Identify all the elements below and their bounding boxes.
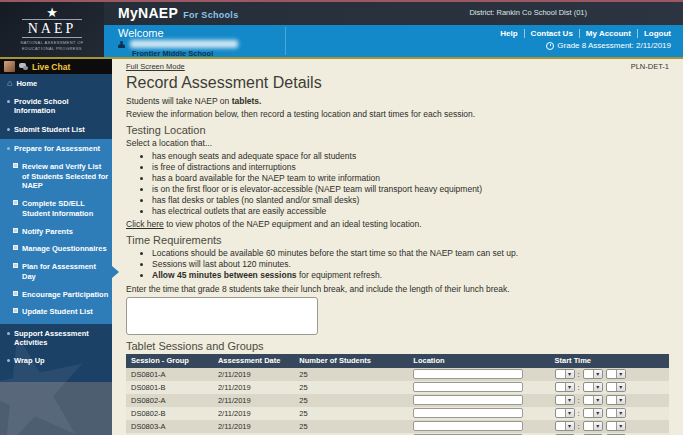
assessment-date-cell: 2/11/2019 (213, 394, 294, 407)
assessment-status-text: Grade 8 Assessment: 2/11/2019 (557, 41, 671, 50)
number-of-students-cell: 25 (294, 407, 408, 420)
sidebar-item-update-student-list[interactable]: Update Student List (0, 303, 112, 321)
my-account-link[interactable]: My Account (580, 29, 638, 38)
start-time-ampm-select[interactable]: ▾ (606, 382, 626, 392)
header-links: Help Contact Us My Account Logout (494, 29, 671, 38)
chevron-down-icon: ▾ (616, 396, 625, 404)
brand-suffix: For Schools (183, 10, 238, 20)
assessment-date-cell: 2/11/2019 (213, 381, 294, 394)
start-time-ampm-select[interactable]: ▾ (606, 395, 626, 405)
start-time-minute-select[interactable]: ▾ (583, 408, 603, 418)
sidebar-item-wrap-up[interactable]: Wrap Up (0, 352, 112, 370)
intro-line1-bold: tablets. (232, 96, 262, 106)
location-input[interactable] (413, 382, 523, 392)
time-requirements-bullet-bold: Allow 45 minutes between sessions (152, 270, 297, 280)
sidebar-item-prepare-for-assessment[interactable]: Prepare for Assessment (0, 140, 112, 158)
testing-location-bullet: is free of distractions and interruption… (152, 162, 669, 173)
start-time-hour-select[interactable]: ▾ (555, 395, 575, 405)
intro-line1: Students will take NAEP on tablets. (126, 96, 669, 106)
checkbox-icon (13, 291, 18, 296)
naep-logo-caption: NATIONAL ASSESSMENT OF EDUCATIONAL PROGR… (16, 40, 88, 51)
start-time-ampm-select[interactable]: ▾ (606, 408, 626, 418)
testing-location-lead: Select a location that... (126, 138, 669, 148)
sidebar-item-support-assessment-activities[interactable]: Support Assessment Activities (0, 324, 112, 352)
top-edge-line (0, 0, 683, 2)
live-chat-button[interactable]: Live Chat (0, 59, 112, 74)
start-time-minute-select[interactable]: ▾ (583, 369, 603, 379)
chevron-down-icon: ▾ (593, 409, 602, 417)
start-time-hour-select[interactable]: ▾ (555, 421, 575, 431)
page-title: Record Assessment Details (126, 74, 669, 92)
start-time-minute-select[interactable]: ▾ (583, 382, 603, 392)
home-icon: ⌂ (7, 79, 12, 87)
prepare-for-assessment-section: Prepare for Assessment Review and Verify… (0, 139, 112, 325)
testing-location-bullet: has electrical outlets that are easily a… (152, 206, 669, 217)
sidebar-item-label: Home (16, 79, 37, 88)
time-separator: : (578, 422, 580, 431)
lunch-break-textarea[interactable] (126, 297, 318, 335)
checkbox-icon (13, 308, 18, 313)
chevron-down-icon: ▾ (565, 383, 574, 391)
contact-us-link[interactable]: Contact Us (525, 29, 580, 38)
sidebar-item-provide-school-information[interactable]: Provide School Information (0, 92, 112, 120)
column-header-session-group: Session - Group (126, 354, 213, 368)
header-divider-line (0, 57, 683, 59)
start-time-minute-select[interactable]: ▾ (583, 395, 603, 405)
start-time-hour-select[interactable]: ▾ (555, 369, 575, 379)
chevron-down-icon: ▾ (616, 409, 625, 417)
bullet-icon (7, 100, 10, 103)
start-time-hour-select[interactable]: ▾ (555, 382, 575, 392)
sidebar-item-label: Update Student List (22, 307, 93, 317)
intro-line2: Review the information below, then recor… (126, 109, 669, 119)
location-input[interactable] (413, 408, 523, 418)
start-time-ampm-select[interactable]: ▾ (606, 421, 626, 431)
checkbox-icon (13, 245, 18, 250)
table-row: DS0803-A 2/11/2019 25 ▾:▾▾ (126, 420, 669, 433)
session-group-cell: DS0802-B (126, 407, 213, 420)
sidebar-item-plan-for-assessment-day[interactable]: Plan for Assessment Day (0, 258, 112, 286)
checkbox-icon (13, 228, 18, 233)
start-time-minute-select[interactable]: ▾ (583, 421, 603, 431)
location-input[interactable] (413, 395, 523, 405)
sidebar-item-label: Encourage Participation (22, 290, 108, 300)
sidebar-item-review-and-verify-list[interactable]: Review and Verify List of Students Selec… (0, 158, 112, 195)
column-header-start-time: Start Time (550, 354, 670, 368)
sidebar-item-notify-parents[interactable]: Notify Parents (0, 223, 112, 241)
bullet-icon (7, 128, 10, 131)
location-input[interactable] (413, 421, 523, 431)
checkbox-icon (13, 263, 18, 268)
start-time-ampm-select[interactable]: ▾ (606, 369, 626, 379)
chevron-down-icon: ▾ (616, 370, 625, 378)
testing-location-bullet: has flat desks or tables (no slanted and… (152, 195, 669, 206)
time-requirements-bullet: Locations should be available 60 minutes… (152, 248, 669, 259)
table-row: DS0801-A 2/11/2019 25 ▾:▾▾ (126, 368, 669, 381)
full-screen-mode-link[interactable]: Full Screen Mode (126, 62, 185, 71)
time-requirements-bullet: Allow 45 minutes between sessions for eq… (152, 270, 669, 281)
location-input[interactable] (413, 369, 523, 379)
sidebar-item-complete-sd-ell-info[interactable]: Complete SD/ELL Student Information (0, 195, 112, 223)
sidebar-item-label: Review and Verify List of Students Selec… (22, 162, 109, 191)
column-header-number-of-students: Number of Students (294, 354, 408, 368)
number-of-students-cell: 25 (294, 394, 408, 407)
star-icon: ★ (46, 6, 58, 19)
click-here-link[interactable]: Click here (126, 219, 164, 229)
sidebar-item-manage-questionnaires[interactable]: Manage Questionnaires (0, 240, 112, 258)
assessment-date-cell: 2/11/2019 (213, 368, 294, 381)
bullet-icon (7, 147, 10, 150)
page-code: PLN-DET-1 (631, 62, 669, 71)
logout-link[interactable]: Logout (638, 29, 671, 38)
sidebar-item-submit-student-list[interactable]: Submit Student List (0, 120, 112, 138)
help-link[interactable]: Help (494, 29, 524, 38)
sidebar-item-home[interactable]: ⌂ Home (0, 74, 112, 92)
chevron-down-icon: ▾ (593, 383, 602, 391)
testing-location-bullet: is on the first floor or is elevator-acc… (152, 184, 669, 195)
time-requirements-bullets: Locations should be available 60 minutes… (126, 248, 669, 281)
live-chat-label: Live Chat (32, 62, 70, 72)
table-row: DS0801-B 2/11/2019 25 ▾:▾▾ (126, 381, 669, 394)
sidebar-item-encourage-participation[interactable]: Encourage Participation (0, 286, 112, 304)
photos-line-text: to view photos of the NAEP equipment and… (164, 219, 422, 229)
testing-location-bullet: has enough seats and adequate space for … (152, 151, 669, 162)
chevron-down-icon: ▾ (565, 409, 574, 417)
start-time-hour-select[interactable]: ▾ (555, 408, 575, 418)
table-row: DS0802-A 2/11/2019 25 ▾:▾▾ (126, 394, 669, 407)
